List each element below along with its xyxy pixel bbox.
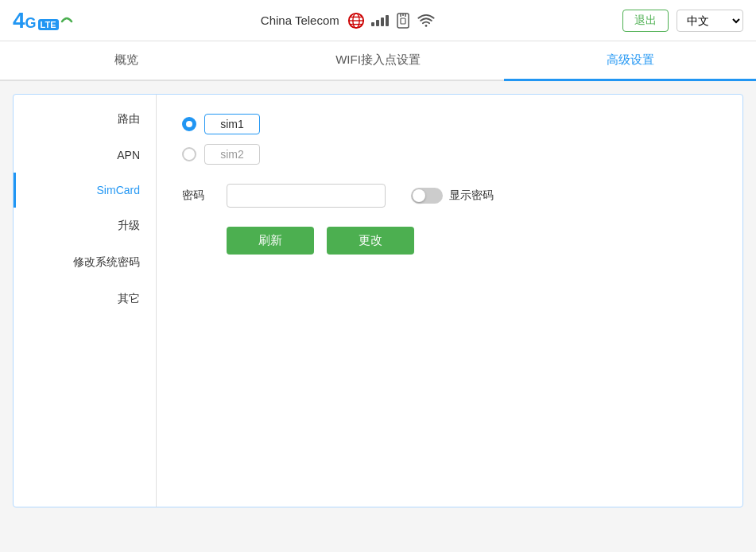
sidebar-item-router[interactable]: 路由 <box>14 101 156 138</box>
header-left: 4 G LTE <box>13 10 73 32</box>
sim2-option[interactable]: sim2 <box>182 144 717 165</box>
password-row: 密码 显示密码 <box>182 184 717 208</box>
svg-point-10 <box>425 25 427 27</box>
action-row: 刷新 更改 <box>227 227 717 255</box>
signal-bars-icon <box>371 15 389 26</box>
header-icons <box>347 12 435 29</box>
refresh-button[interactable]: 刷新 <box>227 227 314 255</box>
sidebar-item-upgrade[interactable]: 升级 <box>14 208 156 244</box>
header: 4 G LTE China Telecom <box>0 0 756 41</box>
sidebar-item-simcard[interactable]: SimCard <box>14 173 156 208</box>
sim1-option[interactable]: sim1 <box>182 114 717 134</box>
sidebar: 路由 APN SimCard 升级 修改系统密码 其它 <box>14 95 157 507</box>
carrier-name: China Telecom <box>261 14 339 27</box>
sidebar-item-apn[interactable]: APN <box>14 138 156 173</box>
logo-4-text: 4 <box>13 10 25 32</box>
wifi-icon <box>417 12 435 29</box>
sim1-radio[interactable] <box>182 117 196 131</box>
sim2-label[interactable]: sim2 <box>204 144 260 165</box>
show-password-label: 显示密码 <box>449 189 494 203</box>
header-center: China Telecom <box>261 12 435 29</box>
show-password-toggle[interactable] <box>411 188 443 204</box>
password-input[interactable] <box>227 184 386 208</box>
logo-signal-arc <box>60 14 73 26</box>
logo-lte-text: LTE <box>38 19 59 30</box>
logo-4glte: 4 G LTE <box>13 10 73 32</box>
main-content: 路由 APN SimCard 升级 修改系统密码 其它 sim1 sim2 <box>0 81 756 520</box>
header-right: 退出 中文 English <box>622 10 743 32</box>
logo-g-text: G <box>25 16 37 30</box>
sidebar-item-change-password[interactable]: 修改系统密码 <box>14 244 156 281</box>
sim2-radio[interactable] <box>182 147 196 161</box>
svg-rect-6 <box>401 18 405 24</box>
language-select[interactable]: 中文 English <box>677 10 743 32</box>
sim-card-icon <box>395 13 411 29</box>
tab-advanced[interactable]: 高级设置 <box>504 41 756 81</box>
logout-button[interactable]: 退出 <box>622 10 669 32</box>
tab-wifi[interactable]: WIFI接入点设置 <box>252 41 504 81</box>
toggle-container: 显示密码 <box>411 188 494 204</box>
sim1-label[interactable]: sim1 <box>204 114 260 134</box>
tab-overview[interactable]: 概览 <box>0 41 252 81</box>
globe-icon <box>347 12 365 29</box>
sidebar-item-other[interactable]: 其它 <box>14 281 156 317</box>
content-card: 路由 APN SimCard 升级 修改系统密码 其它 sim1 sim2 <box>13 94 743 507</box>
simcard-content: sim1 sim2 密码 显示密码 刷新 更改 <box>157 95 742 507</box>
password-label: 密码 <box>182 189 214 203</box>
sim-options: sim1 sim2 <box>182 114 717 165</box>
nav-tabs: 概览 WIFI接入点设置 高级设置 <box>0 41 756 81</box>
change-button[interactable]: 更改 <box>327 227 414 255</box>
